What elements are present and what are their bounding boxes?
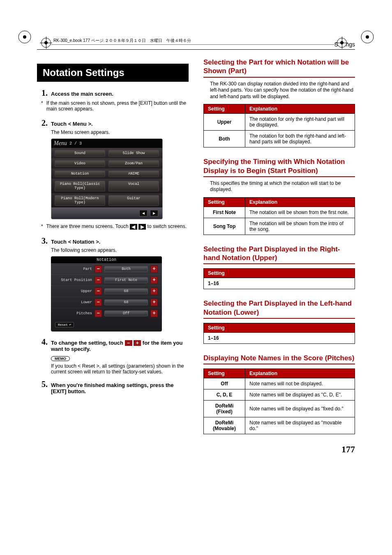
cell-setting: First Note: [204, 207, 245, 218]
plus-button[interactable]: +: [150, 288, 158, 295]
plus-button[interactable]: +: [150, 310, 158, 317]
table-row: 1–16: [204, 332, 355, 343]
cell-setting: Upper: [204, 114, 245, 131]
setting-value: 68: [104, 288, 148, 294]
page-number: 177: [203, 444, 355, 455]
menu-item[interactable]: Vocal: [108, 181, 159, 191]
table-upper: Setting 1–16: [203, 268, 355, 289]
heading-pitches: Displaying Note Names in the Score (Pitc…: [203, 354, 355, 364]
cell-explanation: The notation will be shown from the firs…: [245, 207, 355, 218]
minus-button[interactable]: −: [95, 265, 102, 273]
cell-setting: DoReMi (Movable): [204, 417, 245, 434]
heading-lower: Selecting the Part Displayed in the Left…: [203, 299, 355, 319]
menu-item[interactable]: Slide Show: [108, 150, 159, 157]
cell-explanation: The notation for both the right-hand and…: [245, 131, 355, 147]
step-3-text: Touch < Notation >.: [51, 239, 189, 245]
notation-setting-row: Pitches−Off+: [51, 308, 162, 319]
step-4-text: To change the setting, touch − + for the…: [51, 340, 189, 352]
minus-button[interactable]: −: [95, 299, 102, 306]
cell-explanation: Note names will not be displayed.: [245, 378, 355, 389]
table-row: C, D, E Note names will be displayed as …: [204, 389, 355, 401]
setting-value: 68: [104, 299, 148, 305]
menu-item[interactable]: Guitar: [108, 195, 159, 206]
step-number: 4.: [37, 337, 48, 347]
menu-item[interactable]: Piano Roll(Classic Type): [55, 181, 105, 191]
menu-item[interactable]: Piano Roll(Modern Type): [55, 195, 105, 206]
setting-label: Part: [55, 267, 92, 271]
cell-explanation: Note names will be displayed as "movable…: [245, 417, 355, 434]
setting-value: First Note: [104, 277, 148, 283]
cell-setting: 1–16: [204, 278, 355, 289]
th-setting: Setting: [204, 197, 245, 207]
plus-button[interactable]: +: [150, 265, 158, 273]
cell-setting: Off: [204, 378, 245, 389]
section-title: Notation Settings: [37, 64, 189, 82]
menu-screenshot: Menu 2 / 3 SoundSlide ShowVideoZoom/PanN…: [51, 138, 163, 219]
th-explanation: Explanation: [245, 369, 355, 378]
setting-label: Pitches: [55, 311, 92, 315]
setting-label: Lower: [55, 300, 92, 304]
step-2-caption: The Menu screen appears.: [51, 129, 189, 135]
reset-button[interactable]: Reset ↩: [55, 322, 74, 327]
table-row: Both The notation for both the right-han…: [204, 131, 355, 147]
header-rule: [49, 44, 339, 45]
heading-part: Selecting the Part for which Notation wi…: [203, 58, 355, 78]
table-row: Off Note names will not be displayed.: [204, 378, 355, 389]
menu-row: Piano Roll(Modern Type)Guitar: [51, 193, 162, 207]
plus-button[interactable]: +: [150, 299, 158, 306]
setting-value: Both: [104, 266, 148, 272]
cell-setting: C, D, E: [204, 389, 245, 401]
menu-nav-note-after: to switch screens.: [148, 223, 187, 229]
registration-mark: [359, 29, 376, 45]
note-asterisk: *: [41, 100, 43, 106]
header-meta: RK-300_e.book 177 ページ ２００８年９月１０日 水曜日 午後４…: [53, 38, 191, 44]
notation-screen-title: Notation: [51, 256, 162, 263]
table-row: DoReMi (Fixed) Note names will be displa…: [204, 401, 355, 417]
menu-next-button[interactable]: ▶: [150, 210, 158, 216]
table-start-pos: Setting Explanation First Note The notat…: [203, 197, 355, 235]
step-4-before: To change the setting, touch: [51, 340, 125, 346]
menu-nav-note-before: There are three menu screens. Touch: [46, 223, 130, 229]
menu-row: SoundSlide Show: [51, 148, 162, 158]
note-asterisk: *: [41, 223, 43, 229]
table-lower: Setting 1–16: [203, 323, 355, 344]
minus-icon: −: [125, 340, 132, 346]
menu-item[interactable]: Notation: [55, 170, 105, 177]
minus-button[interactable]: −: [95, 288, 102, 295]
table-pitches: Setting Explanation Off Note names will …: [203, 368, 355, 434]
step-1-text: Access the main screen.: [51, 91, 189, 97]
menu-row: VideoZoom/Pan: [51, 158, 162, 168]
memo-body: If you touch < Reset >, all settings (pa…: [51, 363, 189, 375]
table-row: 1–16: [204, 278, 355, 289]
step-number: 5.: [37, 380, 48, 389]
registration-mark: [16, 29, 33, 45]
menu-item[interactable]: Sound: [55, 150, 105, 157]
step-1-note: If the main screen is not shown, press t…: [46, 100, 189, 112]
table-row: DoReMi (Movable) Note names will be disp…: [204, 417, 355, 434]
cell-setting: 1–16: [204, 332, 355, 343]
plus-icon: +: [134, 340, 141, 346]
menu-nav-note: There are three menu screens. Touch ◀ ▶ …: [46, 223, 189, 230]
menu-item[interactable]: Video: [55, 160, 105, 167]
heading-start-pos: Specifying the Timing with Which Notatio…: [203, 157, 355, 177]
heading-upper: Selecting the Part Displayed in the Righ…: [203, 245, 355, 265]
menu-prev-button[interactable]: ◀: [139, 210, 148, 216]
menu-page-indicator: 2 / 3: [69, 141, 82, 146]
cell-explanation: Note names will be displayed as "C, D, E…: [245, 389, 355, 401]
menu-item[interactable]: ANIME: [108, 170, 159, 177]
table-row: Upper The notation for only the right-ha…: [204, 114, 355, 131]
intro-part: The RK-300 can display notation divided …: [210, 81, 355, 100]
th-setting: Setting: [204, 269, 355, 278]
table-row: First Note The notation will be shown fr…: [204, 207, 355, 218]
menu-item[interactable]: Zoom/Pan: [108, 160, 159, 167]
th-explanation: Explanation: [245, 104, 355, 114]
step-number: 1.: [37, 88, 48, 98]
plus-button[interactable]: +: [150, 276, 158, 284]
next-icon: ▶: [138, 224, 146, 230]
setting-label: Start Position: [55, 278, 92, 282]
notation-setting-row: Upper−68+: [51, 286, 162, 297]
reset-icon: ↩: [69, 323, 71, 327]
crop-mark: [337, 38, 347, 48]
minus-button[interactable]: −: [95, 310, 102, 317]
minus-button[interactable]: −: [95, 276, 102, 284]
